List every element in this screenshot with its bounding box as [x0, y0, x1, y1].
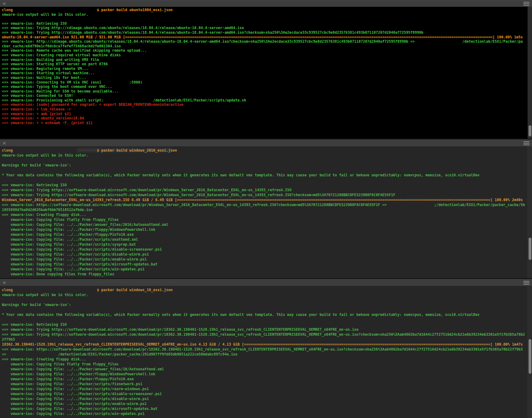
terminal-line: => /detectionlab/ESXi/Packer/packer_cach…: [2, 352, 525, 357]
terminal-line: ==> vmware-iso: + + echoawk -F. {print $…: [2, 121, 525, 125]
terminal-line: vmware-iso: Copying file: ../../Packer/s…: [2, 252, 525, 257]
terminal-line: ==> vmware-iso: Registering remote VM...: [2, 67, 525, 71]
terminal-line: [2, 168, 525, 173]
terminal-line: ==> vmware-iso: [sudo] password for vagr…: [2, 102, 525, 107]
terminal-line: vmware-iso: Copying files flatly from fl…: [2, 217, 525, 222]
terminal-line: ==> vmware-iso: Building and writing VMX…: [2, 58, 525, 62]
terminal-line: clong $ packer build windows_10_esxi.jso…: [2, 287, 525, 292]
terminal-line: vmware-iso: Copying file: ../../Packer/a…: [2, 367, 525, 372]
terminal-content[interactable]: clong $ packer build ubuntu1804_esxi.jso…: [0, 7, 532, 139]
terminal-line: vmware-iso: Done copying files from flop…: [2, 272, 525, 277]
terminal-line: vmware-iso: Copying file: ../../Packer/s…: [2, 401, 525, 406]
terminal-line: 18362.30.190401-1528.19h1_release_svc_re…: [2, 342, 525, 347]
terminal-line: ==> vmware-iso: Creating floppy disk...: [2, 212, 525, 217]
terminal-line: ubuntu-18.04.4-server-amd64.iso 921.00 M…: [2, 35, 525, 40]
terminal-line: [2, 17, 525, 21]
scrollbar-thumb[interactable]: [529, 339, 531, 374]
terminal-line: vmware-iso output will be in this color.: [2, 153, 525, 158]
terminal-line: vmware-iso: Copying file: ../../Packer/s…: [2, 242, 525, 247]
menu-icon[interactable]: [523, 141, 530, 145]
terminal-line: vmware-iso output will be in this color.: [2, 292, 525, 297]
terminal-line: vmware-iso: Copying file: ../../Packer/s…: [2, 391, 525, 396]
pane-titlebar[interactable]: ✕: [0, 0, 532, 7]
redaction-smudge: [77, 149, 173, 152]
terminal-line: ==> vmware-iso: Waiting for SSH to becom…: [2, 89, 525, 94]
close-icon[interactable]: ✕: [2, 2, 6, 6]
scrollbar-thumb[interactable]: [529, 238, 531, 260]
terminal-line: ==> vmware-iso: Waiting 10s for boot...: [2, 75, 525, 80]
terminal-line: ==> vmware-iso: Typing the boot command …: [2, 84, 525, 89]
terminal-line: ==> vmware-iso: Retrieving ISO: [2, 183, 525, 187]
terminal-line: ==> vmware-iso: Starting virtual machine…: [2, 71, 525, 75]
terminal-line: vmware-iso: Copying file: ../../Packer/s…: [2, 381, 525, 386]
pane-titlebar[interactable]: ✕: [0, 140, 532, 146]
terminal-line: [2, 307, 525, 312]
terminal-line: vmware-iso: Copying file: ../../Packer/s…: [2, 257, 525, 262]
terminal-content[interactable]: clong $ packer build windows_10_esxi.jso…: [0, 286, 532, 418]
terminal-line: vmware-iso: Copying file: ../../Packer/f…: [2, 377, 525, 381]
terminal-line: vmware-iso: Copying files flatly from fl…: [2, 362, 525, 367]
terminal-line: [2, 158, 525, 163]
terminal-line: ==> vmware-iso: Connected to SSH!: [2, 93, 525, 98]
terminal-line: ==> vmware-iso: https://software-downloa…: [2, 347, 525, 352]
terminal-line: ==> vmware-iso: Trying http://cdimage.ub…: [2, 26, 525, 30]
terminal-line: Warnings for build 'vmware-iso':: [2, 302, 525, 307]
terminal-line: ==> vmware-iso: Remote cache was verifie…: [2, 48, 525, 53]
terminal-line: vmware-iso: Copying file: ../../Packer/a…: [2, 222, 525, 227]
terminal-window: ✕ clong $ packer build ubuntu1804_esxi.j…: [0, 0, 532, 418]
terminal-line: * Your vmx data contains the following v…: [2, 312, 525, 317]
terminal-line: ==> vmware-iso: Trying https://software-…: [2, 187, 525, 192]
terminal-output: clong $ packer build ubuntu1804_esxi.jso…: [0, 7, 525, 125]
terminal-line: ==> vmware-iso: Retrieving ISO: [2, 21, 525, 26]
terminal-line: vmware-iso: Copying file: ../../Packer/s…: [2, 267, 525, 272]
terminal-line: ==> vmware-iso: + ubuntu_version=18.04: [2, 116, 525, 121]
pane-ubuntu-build: ✕ clong $ packer build ubuntu1804_esxi.j…: [0, 0, 532, 139]
terminal-line: 1055098d7ba8d2d635babf6bb76518512afbde.i…: [2, 207, 525, 212]
terminal-line: ==> vmware-iso: http://cdimage.ubuntu.co…: [2, 39, 525, 44]
terminal-line: vmware-iso: Copying file: ../../Packer/f…: [2, 232, 525, 237]
scrollbar-thumb[interactable]: [529, 125, 531, 136]
menu-icon[interactable]: [523, 281, 530, 285]
close-icon[interactable]: ✕: [2, 141, 6, 145]
terminal-output: clong $ packer build windows_2016_esxi.j…: [0, 146, 525, 277]
terminal-line: ==> vmware-iso: Provisioning with shell …: [2, 98, 525, 103]
terminal-line: vmware-iso: Copying file: ../../Packer/s…: [2, 386, 525, 391]
terminal-line: clong $ packer build ubuntu1804_esxi.jso…: [2, 8, 525, 12]
scrollbar[interactable]: [528, 286, 532, 418]
terminal-line: ==> vmware-iso: Connecting to VM via VNC…: [2, 80, 525, 85]
terminal-line: ==> vmware-iso: Creating required virtua…: [2, 53, 525, 58]
close-icon[interactable]: ✕: [2, 281, 6, 285]
pane-titlebar[interactable]: ✕: [0, 279, 532, 286]
terminal-line: vmware-iso: Copying file: ../../Packer/s…: [2, 406, 525, 411]
terminal-line: ==> vmware-iso: + lsb_release -r: [2, 107, 525, 112]
terminal-line: ==> vmware-iso: Trying https://software-…: [2, 332, 525, 337]
terminal-content[interactable]: clong $ packer build windows_2016_esxi.j…: [0, 146, 532, 278]
terminal-line: ==> vmware-iso: Retrieving ISO: [2, 322, 525, 327]
terminal-line: ==> vmware-iso: + awk {print $2}: [2, 112, 525, 116]
terminal-line: vmware-iso: Copying file: ../../Packer/s…: [2, 262, 525, 267]
terminal-line: ==> vmware-iso: Trying https://software-…: [2, 192, 525, 197]
terminal-line: vmware-iso output will be in this color.: [2, 12, 525, 17]
terminal-output: clong $ packer build windows_10_esxi.jso…: [0, 286, 525, 416]
menu-icon[interactable]: [523, 2, 530, 6]
terminal-line: ==> vmware-iso: Trying https://software-…: [2, 327, 525, 332]
terminal-line: Warnings for build 'vmware-iso':: [2, 163, 525, 168]
scrollbar[interactable]: [528, 7, 532, 139]
terminal-line: * Your vmx data contains the following v…: [2, 173, 525, 178]
terminal-line: vmware-iso: Copying file: ../../Packer/s…: [2, 237, 525, 242]
pane-windows10-build: ✕ clong $ packer build windows_10_esxi.j…: [0, 279, 532, 418]
terminal-line: vmware-iso: Copying file: ../../Packer/f…: [2, 227, 525, 232]
terminal-line: ==> vmware-iso: Trying http://cdimage.ub…: [2, 30, 525, 35]
terminal-line: [2, 297, 525, 302]
terminal-line: ==> vmware-iso: Creating floppy disk...: [2, 357, 525, 362]
pane-windows2016-build: ✕ clong $ packer build windows_2016_esxi…: [0, 140, 532, 278]
terminal-line: vmware-iso: Copying file: ../../Packer/s…: [2, 396, 525, 401]
terminal-line: [2, 317, 525, 322]
scrollbar[interactable]: [528, 146, 532, 278]
terminal-line: ==> vmware-iso: Starting HTTP server on …: [2, 62, 525, 67]
terminal-line: [2, 178, 525, 183]
terminal-line: ==> vmware-iso: https://software-downloa…: [2, 202, 525, 207]
terminal-line: Windows_Server_2016_Datacenter_EVAL_en-u…: [2, 197, 525, 202]
terminal-line: vmware-iso: Copying file: ../../Packer/s…: [2, 411, 525, 416]
terminal-line: cker_cache/e6d790e1cf0dcbca7fefef75468ac…: [2, 44, 525, 49]
